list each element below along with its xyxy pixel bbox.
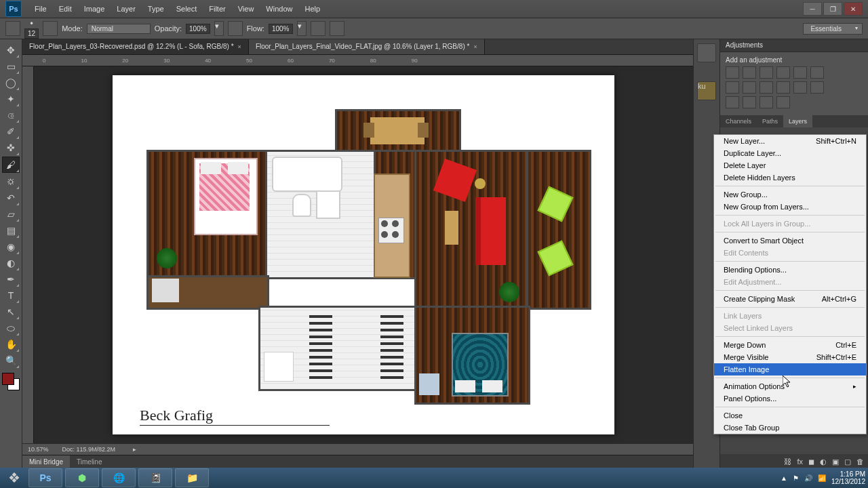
window-minimize[interactable]: ─ [803, 2, 822, 16]
adjustments-header[interactable]: Adjustments [720, 39, 868, 52]
tool-hand[interactable]: ✋ [3, 337, 19, 352]
tool-brush[interactable]: 🖌 [2, 157, 20, 173]
new-layer-icon[interactable]: ▢ [844, 458, 851, 466]
tool-history[interactable]: ↶ [3, 190, 19, 205]
menu-view[interactable]: View [232, 0, 260, 18]
document-tab[interactable]: Floor_Plan_Layers_03-Recovered.psd @ 12.… [22, 39, 249, 54]
menu-select[interactable]: Select [170, 0, 203, 18]
tool-move[interactable]: ✥ [3, 43, 19, 58]
adj-icon[interactable] [793, 66, 807, 79]
close-tab-icon[interactable]: × [473, 43, 477, 50]
menu-item[interactable]: New Layer...Shift+Ctrl+N [714, 135, 866, 147]
menu-item[interactable]: Delete Hidden Layers [714, 171, 866, 184]
taskbar-app[interactable]: ⬢ [65, 468, 99, 487]
tool-marquee[interactable]: ▭ [3, 59, 19, 74]
menu-item[interactable]: Animation Options [714, 380, 866, 392]
tool-shape[interactable]: ⬭ [3, 321, 19, 336]
group-icon[interactable]: ▣ [832, 458, 839, 466]
taskbar-app[interactable]: 📁 [175, 468, 209, 487]
menu-item[interactable]: Duplicate Layer... [714, 147, 866, 159]
tool-preset-picker[interactable] [5, 21, 20, 36]
menu-image[interactable]: Image [78, 0, 111, 18]
flow-flyout[interactable]: ▾ [297, 21, 307, 36]
tray-icon[interactable]: ▲ [781, 474, 787, 482]
brush-panel-toggle[interactable] [43, 21, 58, 36]
canvas[interactable]: Beck Grafig [34, 66, 693, 443]
menu-item[interactable]: New Group... [714, 188, 866, 201]
mask-icon[interactable]: ◼ [808, 458, 814, 466]
menu-file[interactable]: File [28, 0, 53, 18]
layers-tab[interactable]: Layers [783, 115, 812, 127]
ruler-vertical[interactable] [22, 66, 34, 443]
paths-tab[interactable]: Paths [757, 115, 783, 127]
taskbar-app[interactable]: 📓 [138, 468, 172, 487]
color-swatches[interactable] [2, 373, 20, 390]
tool-eraser[interactable]: ▱ [3, 207, 19, 222]
menu-item[interactable]: Convert to Smart Object [714, 235, 866, 247]
tool-eyedrop[interactable]: ✐ [3, 124, 19, 139]
adj-icon[interactable] [760, 66, 773, 79]
adj-icon[interactable] [810, 66, 824, 79]
tool-stamp[interactable]: ⛭ [3, 174, 19, 189]
flow-value[interactable]: 100% [269, 24, 293, 34]
window-maximize[interactable]: ❐ [823, 2, 842, 16]
tool-lasso[interactable]: ◯ [3, 75, 19, 90]
close-tab-icon[interactable]: × [238, 43, 241, 50]
brush-size[interactable]: 12 [24, 28, 39, 39]
timeline-tab[interactable]: Timeline [70, 455, 108, 469]
taskbar-app[interactable]: Ps [28, 468, 62, 487]
menu-help[interactable]: Help [298, 0, 326, 18]
taskbar-app[interactable]: 🌐 [102, 468, 136, 487]
doc-size-status[interactable]: Doc: 115.9M/82.2M [62, 446, 116, 453]
channels-tab[interactable]: Channels [720, 115, 757, 127]
menu-item[interactable]: Close [714, 409, 866, 422]
fx-icon[interactable]: fx [797, 458, 803, 466]
adj-icon[interactable] [760, 81, 773, 94]
adj-icon[interactable] [726, 81, 739, 94]
tool-wand[interactable]: ✦ [3, 92, 19, 106]
trash-icon[interactable]: 🗑 [856, 458, 864, 466]
menu-item[interactable]: Merge DownCtrl+E [714, 339, 866, 351]
tray-icon[interactable]: ⚑ [793, 474, 799, 482]
adj-icon[interactable] [776, 96, 790, 108]
menu-item[interactable]: New Group from Layers... [714, 201, 866, 213]
opacity-flyout[interactable]: ▾ [214, 21, 224, 36]
menu-type[interactable]: Type [142, 0, 170, 18]
adj-icon[interactable] [776, 81, 790, 94]
menu-filter[interactable]: Filter [203, 0, 231, 18]
start-button[interactable]: ❖ [3, 468, 26, 488]
menu-item[interactable]: Merge VisibleShift+Ctrl+E [714, 351, 866, 363]
adj-icon[interactable] [810, 81, 824, 94]
link-layers-icon[interactable]: ⛓ [784, 458, 791, 466]
window-close[interactable]: ✕ [844, 2, 863, 16]
panel-icon[interactable]: ku [697, 81, 716, 100]
adj-icon[interactable] [743, 81, 756, 94]
workspace-switcher[interactable]: Essentials [803, 23, 863, 35]
menu-item[interactable]: Delete Layer [714, 159, 866, 171]
tool-blur[interactable]: ◉ [3, 239, 19, 254]
tablet-opacity-icon[interactable] [228, 21, 243, 36]
adj-icon[interactable] [726, 66, 739, 79]
blend-mode-select[interactable]: Normal [87, 24, 151, 34]
menu-item[interactable]: Panel Options... [714, 392, 866, 405]
menu-item[interactable]: Blending Options... [714, 264, 866, 276]
menu-item[interactable]: Close Tab Group [714, 422, 866, 434]
zoom-status[interactable]: 10.57% [28, 446, 49, 453]
opacity-value[interactable]: 100% [186, 24, 210, 34]
tool-gradient[interactable]: ▤ [3, 223, 19, 238]
tool-heal[interactable]: ✜ [3, 140, 19, 155]
menu-item[interactable]: Create Clipping MaskAlt+Ctrl+G [714, 293, 866, 305]
mini-bridge-tab[interactable]: Mini Bridge [22, 455, 70, 469]
tablet-size-icon[interactable] [330, 21, 344, 36]
tray-icon[interactable]: 🔊 [804, 474, 812, 482]
panel-icon[interactable] [697, 43, 716, 62]
menu-layer[interactable]: Layer [111, 0, 142, 18]
tool-type[interactable]: T [3, 288, 19, 303]
menu-window[interactable]: Window [260, 0, 298, 18]
tool-crop[interactable]: ⟃ [3, 108, 19, 123]
adj-icon[interactable] [743, 66, 756, 79]
ruler-horizontal[interactable]: 0102030405060708090 [22, 55, 693, 66]
adj-icon[interactable] [776, 66, 790, 79]
adj-icon[interactable] [760, 96, 773, 108]
clock[interactable]: 1:16 PM 12/13/2012 [831, 470, 865, 485]
